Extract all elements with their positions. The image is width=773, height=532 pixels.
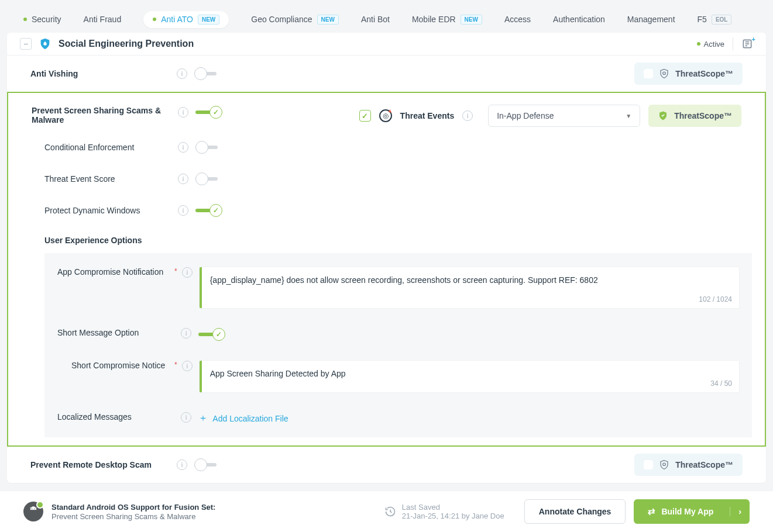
eol-badge: EOL — [712, 15, 732, 25]
last-saved: Last Saved 21-Jan-25, 14:21 by Jane Doe — [384, 503, 504, 520]
info-icon[interactable]: i — [177, 460, 187, 470]
textarea-value: App Screen Sharing Detected by App — [210, 369, 731, 378]
annotate-changes-button[interactable]: Annotate Changes — [524, 499, 626, 524]
status-dot-icon — [697, 42, 700, 46]
required-asterisk: * — [174, 267, 177, 275]
row-label: Protect Dynamic Windows — [44, 206, 178, 215]
tab-anti-bot[interactable]: Anti Bot — [361, 15, 390, 24]
tab-management[interactable]: Management — [627, 15, 675, 24]
panel-header: − Social Engineering Prevention Active + — [7, 33, 766, 56]
toggle-short-message[interactable] — [198, 328, 225, 341]
row-label: Prevent Screen Sharing Scams & Malware — [32, 105, 178, 125]
fusion-set-heading: Standard Android OS Support for Fusion S… — [51, 503, 215, 512]
settings-add-icon[interactable]: + — [741, 38, 753, 50]
row-prevent-remote-desktop: Prevent Remote Desktop Scam i ThreatScop… — [7, 447, 766, 483]
target-icon: ◎➤ — [379, 109, 392, 122]
toggle-protect-dynamic[interactable] — [195, 204, 222, 217]
chevron-down-icon: ▼ — [626, 113, 631, 119]
tab-label: Anti ATO — [161, 15, 193, 24]
shield-icon — [659, 68, 669, 79]
tab-geo-compliance[interactable]: Geo Compliance NEW — [251, 15, 339, 25]
required-asterisk: * — [174, 361, 177, 369]
row-label: Localized Messages — [57, 412, 174, 422]
tab-mobile-edr[interactable]: Mobile EDR NEW — [412, 15, 482, 25]
threatscope-label: ThreatScope™ — [675, 69, 733, 78]
sub-settings: Conditional Enforcement i Threat Event S… — [8, 127, 765, 245]
collapse-button[interactable]: − — [20, 38, 32, 50]
spacer — [174, 328, 176, 336]
tab-security[interactable]: Security — [23, 15, 61, 24]
tab-anti-ato[interactable]: Anti ATO NEW — [143, 11, 229, 28]
tab-anti-fraud[interactable]: Anti Fraud — [84, 15, 122, 24]
tab-label: Authentication — [553, 15, 605, 24]
toggle-prevent-remote[interactable] — [194, 458, 221, 471]
row-label: Short Compromise Notice — [57, 361, 174, 370]
info-icon[interactable]: i — [182, 267, 193, 278]
threatscope-chip[interactable]: ThreatScope™ — [634, 63, 743, 85]
info-icon[interactable]: i — [177, 68, 187, 79]
toggle-prevent-screen[interactable] — [195, 106, 222, 119]
tab-authentication[interactable]: Authentication — [553, 15, 605, 24]
info-icon[interactable]: i — [178, 174, 188, 184]
app-compromise-textarea[interactable]: {app_display_name} does not allow screen… — [200, 267, 739, 308]
textarea-value: {app_display_name} does not allow screen… — [210, 275, 731, 285]
subrow-conditional-enforcement: Conditional Enforcement i — [44, 141, 741, 154]
tab-label: Anti Bot — [361, 15, 390, 24]
row-label: Prevent Remote Desktop Scam — [30, 460, 177, 469]
new-badge: NEW — [317, 15, 339, 25]
threatscope-chip-active[interactable]: ThreatScope™ — [648, 105, 741, 127]
select-value: In-App Defense — [497, 111, 554, 120]
checkbox[interactable] — [644, 69, 653, 78]
threatscope-label: ThreatScope™ — [675, 460, 733, 469]
shield-icon — [39, 37, 51, 50]
panel-title: Social Engineering Prevention — [59, 39, 697, 49]
last-saved-value: 21-Jan-25, 14:21 by Jane Doe — [402, 512, 504, 520]
info-icon[interactable]: i — [181, 328, 191, 338]
new-badge: NEW — [198, 15, 219, 25]
tab-label: Anti Fraud — [84, 15, 122, 24]
row-prevent-screen-sharing: Prevent Screen Sharing Scams & Malware i… — [7, 92, 766, 447]
info-icon[interactable]: i — [178, 205, 188, 216]
shield-icon — [659, 460, 669, 470]
info-icon[interactable]: i — [462, 110, 473, 121]
tab-f5[interactable]: F5 EOL — [698, 15, 732, 25]
toggle-anti-vishing[interactable] — [194, 67, 221, 80]
threat-events-select[interactable]: In-App Defense ▼ — [488, 105, 640, 127]
threatscope-chip[interactable]: ThreatScope™ — [634, 454, 743, 476]
row-label: Threat Event Score — [44, 174, 178, 184]
fusion-set-sub: Prevent Screen Sharing Scams & Malware — [51, 512, 195, 521]
fusion-set-text: Standard Android OS Support for Fusion S… — [51, 503, 215, 521]
ux-short-message-option: Short Message Option i — [44, 328, 752, 361]
shield-check-icon — [658, 110, 668, 121]
link-text: Add Localization File — [212, 414, 288, 423]
tab-label: Management — [627, 15, 675, 24]
char-counter: 34 / 50 — [710, 379, 732, 388]
svg-point-7 — [35, 508, 35, 509]
info-icon[interactable]: i — [181, 412, 191, 423]
build-icon: ⇄ — [648, 506, 655, 517]
tab-access[interactable]: Access — [504, 15, 531, 24]
threat-events-checkbox[interactable]: ✓ — [359, 110, 371, 122]
row-anti-vishing: Anti Vishing i ThreatScope™ — [7, 56, 766, 92]
info-icon[interactable]: i — [182, 361, 193, 371]
toggle-threat-score[interactable] — [195, 172, 222, 185]
checkbox[interactable] — [644, 460, 653, 469]
divider — [733, 37, 733, 50]
ux-localized-messages: Localized Messages i ＋ Add Localization … — [44, 412, 752, 424]
tab-label: Mobile EDR — [412, 15, 456, 24]
last-saved-label: Last Saved — [402, 503, 504, 512]
row-label: Conditional Enforcement — [44, 143, 178, 152]
build-my-app-button[interactable]: ⇄ Build My App › — [634, 499, 750, 524]
short-notice-textarea[interactable]: App Screen Sharing Detected by App 34 / … — [200, 361, 739, 392]
svg-point-4 — [663, 72, 666, 75]
new-badge: NEW — [461, 15, 482, 25]
status-dot-icon — [23, 18, 27, 21]
tab-label: F5 — [698, 15, 707, 24]
info-icon[interactable]: i — [178, 107, 188, 118]
info-icon[interactable]: i — [178, 142, 188, 153]
row-label: Anti Vishing — [30, 69, 177, 78]
threat-events-label: Threat Events — [400, 111, 455, 120]
add-localization-link[interactable]: ＋ Add Localization File — [198, 412, 288, 424]
chevron-right-icon[interactable]: › — [730, 507, 750, 516]
toggle-conditional[interactable] — [195, 141, 222, 154]
